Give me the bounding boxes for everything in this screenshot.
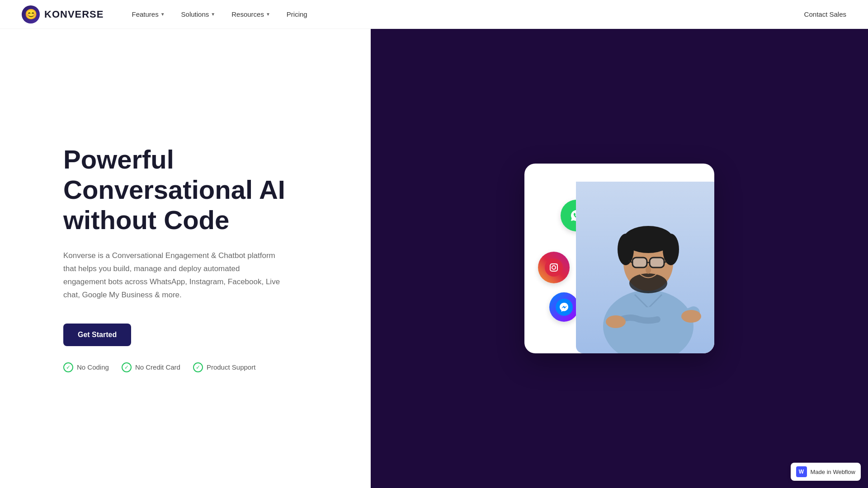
logo-text: KONVERSE (44, 9, 104, 20)
badges-row: ✓ No Coding ✓ No Credit Card ✓ Product S… (63, 362, 316, 372)
instagram-icon (538, 252, 570, 283)
logo[interactable]: 😊 KONVERSE (22, 5, 104, 23)
svg-point-23 (646, 266, 651, 274)
nav-item-resources[interactable]: Resources ▼ (225, 7, 277, 22)
chevron-down-icon: ▼ (160, 12, 165, 17)
badge-product-support: ✓ Product Support (193, 362, 255, 372)
check-icon: ✓ (122, 362, 132, 372)
hero-person (576, 182, 714, 353)
svg-rect-16 (650, 258, 664, 267)
svg-point-22 (681, 310, 701, 323)
nav-item-pricing[interactable]: Pricing (280, 7, 314, 22)
messenger-icon (549, 292, 579, 322)
svg-rect-15 (632, 258, 647, 267)
navbar: 😊 KONVERSE Features ▼ Solutions ▼ Resour… (0, 0, 868, 29)
hero-card: 🌐 (524, 164, 714, 353)
chevron-down-icon: ▼ (266, 12, 270, 17)
nav-item-solutions[interactable]: Solutions ▼ (175, 7, 222, 22)
check-icon: ✓ (193, 362, 203, 372)
hero-heading: Powerful Conversational AI without Code (63, 145, 316, 235)
check-icon: ✓ (63, 362, 73, 372)
webflow-icon: W (796, 466, 807, 477)
nav-menu: Features ▼ Solutions ▼ Resources ▼ Prici… (125, 7, 313, 22)
badge-no-credit-card: ✓ No Credit Card (122, 362, 180, 372)
main-container: Powerful Conversational AI without Code … (0, 0, 868, 488)
nav-right: Contact Sales (804, 10, 846, 18)
svg-point-5 (556, 299, 573, 316)
svg-rect-1 (545, 258, 563, 277)
nav-left: 😊 KONVERSE Features ▼ Solutions ▼ Resour… (22, 5, 314, 23)
svg-point-13 (618, 234, 634, 265)
contact-sales-link[interactable]: Contact Sales (804, 10, 846, 18)
get-started-button[interactable]: Get Started (63, 324, 131, 346)
svg-point-20 (629, 273, 667, 293)
nav-item-features[interactable]: Features ▼ (125, 7, 171, 22)
chevron-down-icon: ▼ (211, 12, 215, 17)
svg-point-21 (606, 315, 626, 328)
webflow-badge[interactable]: W Made in Webflow (791, 463, 861, 481)
hero-description: Konverse is a Conversational Engagement … (63, 249, 280, 302)
right-panel: 🌐 (371, 29, 868, 488)
badge-no-coding: ✓ No Coding (63, 362, 109, 372)
logo-icon: 😊 (22, 5, 40, 23)
svg-point-4 (557, 264, 558, 265)
left-panel: Powerful Conversational AI without Code … (0, 29, 371, 488)
svg-point-14 (663, 234, 679, 265)
